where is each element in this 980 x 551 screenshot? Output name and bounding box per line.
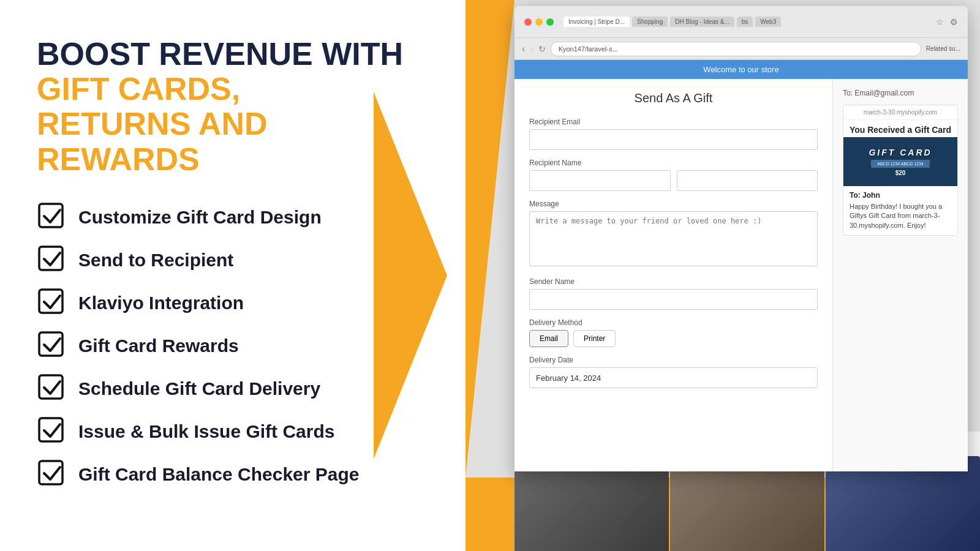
feature-klaviyo-label: Klaviyo Integration: [78, 293, 244, 313]
sender-name-label: Sender Name: [529, 277, 818, 286]
store-banner: Welcome to our store: [514, 60, 968, 79]
delivery-date-label: Delivery Date: [529, 356, 818, 364]
gift-card-label: GIFT CARD: [869, 148, 932, 157]
sender-name-group: Sender Name: [529, 277, 818, 310]
related-sites-label: Related su...: [926, 45, 960, 52]
feature-schedule-label: Schedule Gift Card Delivery: [78, 378, 320, 399]
recipient-first-name-input[interactable]: [529, 170, 671, 191]
checkmark-icon-4: [37, 330, 69, 362]
email-preview-panel: To: Email@gmail.com march-3-30.myshopify…: [833, 79, 968, 471]
feature-klaviyo: Klaviyo Integration: [37, 287, 429, 319]
close-dot[interactable]: [524, 18, 532, 26]
diamond-arrow-shape: [374, 92, 447, 459]
minimize-dot[interactable]: [535, 18, 543, 26]
gift-card-image: GIFT CARD ABCD 1234 ABCD 1234 $20: [843, 137, 957, 186]
printer-method-button[interactable]: Printer: [573, 330, 616, 347]
email-card-title: You Received a Gift Card: [843, 120, 957, 137]
feature-rewards-label: Gift Card Rewards: [78, 335, 239, 356]
feature-schedule: Schedule Gift Card Delivery: [37, 373, 429, 405]
browser-tab-3[interactable]: DH Blog - Ideas &...: [670, 17, 734, 27]
browser-action-icons: ☆ ⚙: [936, 17, 958, 27]
delivery-method-group: Delivery Method Email Printer: [529, 318, 818, 347]
url-bar[interactable]: Kyon147/laravel-s...: [551, 42, 921, 56]
gift-card-number: ABCD 1234 ABCD 1234: [877, 162, 924, 166]
feature-bulk: Issue & Bulk Issue Gift Cards: [37, 416, 429, 448]
feature-customize-label: Customize Gift Card Design: [78, 207, 322, 228]
svg-marker-7: [374, 92, 447, 459]
checkmark-icon-1: [37, 201, 69, 233]
svg-rect-2: [39, 290, 62, 313]
email-to-recipient: To: John: [843, 186, 957, 202]
recipient-last-name-input[interactable]: [677, 170, 818, 191]
forward-icon[interactable]: ›: [530, 43, 533, 54]
address-bar-row: ‹ › ↻ Kyon147/laravel-s... Related su...: [514, 38, 968, 60]
sender-name-input[interactable]: [529, 289, 818, 310]
email-card-preview: march-3-30.myshopify.com You Received a …: [843, 105, 958, 236]
delivery-method-label: Delivery Method: [529, 318, 818, 327]
delivery-date-input[interactable]: February 14, 2024: [529, 367, 818, 388]
feature-rewards: Gift Card Rewards: [37, 330, 429, 362]
recipient-name-label: Recipient Name: [529, 159, 818, 167]
recipient-email-input[interactable]: [529, 129, 818, 150]
recipient-email-group: Recipient Email: [529, 118, 818, 150]
message-group: Message: [529, 200, 818, 269]
feature-balance-label: Gift Card Balance Checker Page: [78, 464, 360, 485]
feature-send: Send to Recipient: [37, 244, 429, 276]
refresh-icon[interactable]: ↻: [538, 44, 546, 54]
email-domain: march-3-30.myshopify.com: [843, 105, 957, 120]
checkmark-icon-7: [37, 459, 69, 490]
headline-dark-part1: BOOST REVENUE WITH: [37, 36, 403, 72]
browser-tab-2[interactable]: Shopping: [632, 17, 668, 27]
browser-chrome-bar: Invoicing | Stripe D... Shopping DH Blog…: [514, 6, 968, 38]
store-banner-text: Welcome to our store: [703, 65, 778, 74]
maximize-dot[interactable]: [546, 18, 554, 26]
checkmark-icon-3: [37, 287, 69, 319]
feature-customize: Customize Gift Card Design: [37, 201, 429, 233]
extensions-icon[interactable]: ⚙: [950, 17, 958, 27]
email-message-text: Happy Birthday! I bought you a Giftys Gi…: [843, 202, 957, 235]
browser-page-content: Send As A Gift Recipient Email Recipient…: [514, 79, 968, 471]
headline-orange-part2: RETURNS AND REWARDS: [37, 106, 268, 176]
checkmark-icon-2: [37, 244, 69, 276]
delivery-date-group: Delivery Date February 14, 2024: [529, 356, 818, 388]
recipient-email-label: Recipient Email: [529, 118, 818, 126]
headline-orange-part1: GIFT CARDS,: [37, 71, 240, 107]
gift-form-panel: Send As A Gift Recipient Email Recipient…: [514, 79, 833, 471]
svg-rect-3: [39, 332, 62, 356]
headline: BOOST REVENUE WITH GIFT CARDS, RETURNS A…: [37, 37, 429, 177]
delivery-method-buttons: Email Printer: [529, 330, 818, 347]
email-method-button[interactable]: Email: [529, 330, 568, 347]
form-title: Send As A Gift: [529, 91, 818, 105]
checkmark-icon-6: [37, 416, 69, 448]
feature-send-label: Send to Recipient: [78, 250, 233, 271]
message-label: Message: [529, 200, 818, 208]
svg-rect-0: [39, 204, 62, 227]
checkmark-icon-5: [37, 373, 69, 405]
feature-balance: Gift Card Balance Checker Page: [37, 459, 429, 490]
browser-tab-4[interactable]: bs: [737, 17, 753, 27]
browser-window: Invoicing | Stripe D... Shopping DH Blog…: [514, 6, 968, 471]
browser-tab-5[interactable]: Web3: [755, 17, 781, 27]
svg-rect-1: [39, 247, 62, 270]
gift-card-amount: $20: [895, 170, 906, 176]
browser-tab-1[interactable]: Invoicing | Stripe D...: [564, 17, 630, 27]
delivery-date-value: February 14, 2024: [536, 373, 601, 383]
back-icon[interactable]: ‹: [522, 43, 525, 54]
svg-rect-4: [39, 375, 62, 399]
recipient-name-group: Recipient Name: [529, 159, 818, 191]
star-icon[interactable]: ☆: [936, 17, 944, 27]
browser-window-controls: [524, 18, 554, 26]
svg-rect-6: [39, 461, 62, 484]
svg-rect-5: [39, 418, 62, 441]
message-textarea[interactable]: [529, 211, 818, 266]
feature-bulk-label: Issue & Bulk Issue Gift Cards: [78, 421, 334, 442]
features-list: Customize Gift Card Design Send to Recip…: [37, 201, 429, 490]
gift-card-number-box: ABCD 1234 ABCD 1234: [871, 160, 930, 168]
name-row: [529, 170, 818, 191]
email-to-address: To: Email@gmail.com: [843, 89, 958, 97]
